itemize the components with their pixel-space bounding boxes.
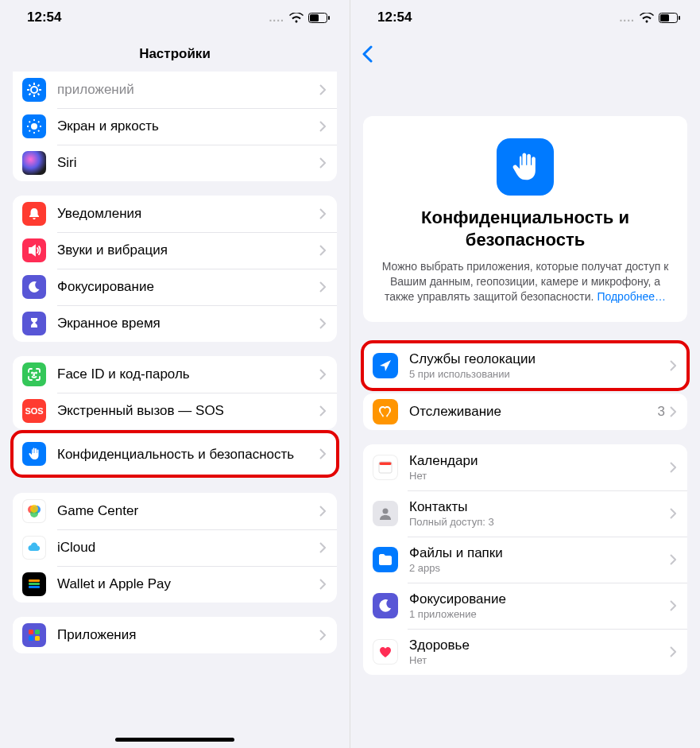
- battery-icon: [308, 13, 331, 23]
- row-label: Wallet и Apple Pay: [57, 576, 319, 593]
- row-apps[interactable]: Приложения: [13, 617, 337, 653]
- svg-rect-19: [660, 14, 669, 21]
- wifi-icon: [640, 13, 654, 23]
- row-health[interactable]: Здоровье Нет: [363, 629, 687, 675]
- sos-icon: SOS: [22, 399, 46, 423]
- privacy-hero: Конфиденциальность и безопасность Можно …: [363, 116, 687, 322]
- row-icloud[interactable]: iCloud: [13, 529, 337, 566]
- row-calendars[interactable]: Календари Нет: [363, 444, 687, 490]
- row-focus[interactable]: Фокусирование: [13, 269, 337, 305]
- home-indicator[interactable]: [115, 738, 234, 742]
- nav-title-bar: Настройки: [0, 35, 350, 73]
- location-arrow-icon: [373, 353, 398, 378]
- page-title: Настройки: [139, 46, 211, 62]
- learn-more-link[interactable]: Подробнее…: [597, 290, 666, 303]
- row-gamecenter[interactable]: Game Center: [13, 493, 337, 529]
- row-display[interactable]: Экран и яркость: [13, 108, 337, 145]
- row-label: Отслеживание: [409, 403, 658, 421]
- svg-point-24: [383, 509, 389, 514]
- moon-icon: [373, 593, 398, 618]
- contacts-icon: [373, 501, 398, 526]
- chevron-right-icon: [319, 121, 326, 132]
- row-screentime[interactable]: Экранное время: [13, 305, 337, 342]
- faceid-icon: [22, 362, 46, 386]
- folder-icon: [373, 547, 398, 572]
- tracking-group: Отслеживание 3: [363, 393, 687, 430]
- row-sublabel: Полный доступ: 3: [409, 516, 670, 529]
- moon-icon: [22, 275, 46, 299]
- chevron-right-icon: [670, 554, 676, 565]
- speaker-icon: [22, 238, 46, 262]
- row-faceid[interactable]: Face ID и код-пароль: [13, 356, 337, 393]
- settings-group-partial: приложений Экран и яркость Siri: [13, 72, 337, 181]
- row-app-partial[interactable]: приложений: [13, 72, 337, 108]
- settings-group-3: Face ID и код-пароль SOS Экстренный вызо…: [13, 356, 337, 429]
- battery-icon: [659, 13, 681, 23]
- chevron-right-icon: [670, 646, 676, 657]
- tracking-icon: [373, 399, 398, 424]
- row-sublabel: Нет: [409, 654, 670, 667]
- row-label: Конфиденциальность и безопасность: [57, 446, 319, 463]
- cloud-icon: [22, 536, 46, 560]
- svg-rect-2: [328, 16, 330, 20]
- svg-rect-13: [29, 586, 40, 588]
- row-label: Контакты: [409, 498, 670, 516]
- row-contacts[interactable]: Контакты Полный доступ: 3: [363, 490, 687, 537]
- sun-icon: [22, 114, 46, 138]
- settings-group-privacy-highlighted: Конфиденциальность и безопасность: [13, 432, 337, 475]
- chevron-right-icon: [319, 630, 326, 641]
- status-time: 12:54: [27, 10, 61, 25]
- hand-icon: [22, 442, 46, 466]
- svg-point-4: [31, 123, 37, 130]
- row-wallet[interactable]: Wallet и Apple Pay: [13, 566, 337, 603]
- row-tracking[interactable]: Отслеживание 3: [363, 393, 687, 430]
- apps-grid-icon: [22, 623, 46, 647]
- cellular-dots-icon: ....: [619, 11, 635, 24]
- row-label: Файлы и папки: [409, 545, 670, 562]
- siri-icon: [22, 151, 46, 175]
- row-privacy[interactable]: Конфиденциальность и безопасность: [13, 432, 337, 475]
- hero-description: Можно выбрать приложения, которые получа…: [377, 259, 673, 304]
- location-row-highlighted: Службы геолокации 5 при использовании: [363, 343, 687, 389]
- cellular-dots-icon: ....: [269, 11, 284, 24]
- settings-list[interactable]: приложений Экран и яркость Siri Уведомле…: [0, 72, 350, 748]
- hero-title: Конфиденциальность и безопасность: [377, 207, 673, 251]
- svg-rect-22: [379, 465, 392, 473]
- row-location-services[interactable]: Службы геолокации 5 при использовании: [363, 343, 687, 389]
- chevron-right-icon: [319, 318, 326, 329]
- status-bar: 12:54 ....: [350, 0, 700, 35]
- row-focus2[interactable]: Фокусирование 1 приложение: [363, 583, 687, 629]
- back-button[interactable]: [362, 45, 373, 63]
- chevron-right-icon: [319, 369, 326, 380]
- row-label: Уведомления: [57, 205, 319, 223]
- row-label: Game Center: [57, 502, 319, 520]
- row-notifications[interactable]: Уведомления: [13, 196, 337, 232]
- chevron-right-icon: [319, 579, 326, 590]
- settings-group-5: Приложения: [13, 617, 337, 653]
- row-siri[interactable]: Siri: [13, 145, 337, 181]
- privacy-list[interactable]: Конфиденциальность и безопасность Можно …: [350, 73, 700, 748]
- svg-rect-12: [29, 583, 40, 585]
- chevron-right-icon: [670, 406, 676, 417]
- svg-rect-14: [29, 630, 33, 634]
- chevron-right-icon: [319, 506, 326, 517]
- chevron-right-icon: [319, 542, 326, 553]
- chevron-right-icon: [319, 448, 326, 459]
- row-label: Приложения: [57, 626, 319, 644]
- row-sos[interactable]: SOS Экстренный вызов — SOS: [13, 393, 337, 429]
- svg-rect-17: [35, 636, 40, 641]
- row-label: Звуки и вибрация: [57, 242, 319, 259]
- svg-point-5: [32, 372, 33, 373]
- hand-large-icon: [497, 138, 554, 196]
- row-files[interactable]: Файлы и папки 2 apps: [363, 537, 687, 583]
- row-label: Экранное время: [57, 315, 319, 332]
- svg-rect-16: [29, 636, 33, 641]
- chevron-right-icon: [319, 405, 326, 417]
- svg-point-10: [30, 505, 38, 513]
- row-sounds[interactable]: Звуки и вибрация: [13, 232, 337, 269]
- wifi-icon: [289, 13, 304, 23]
- privacy-group-2: Календари Нет Контакты Полный доступ: 3 …: [363, 444, 687, 675]
- row-label: Siri: [57, 154, 319, 172]
- row-label: Здоровье: [409, 637, 670, 654]
- wallet-icon: [22, 572, 46, 596]
